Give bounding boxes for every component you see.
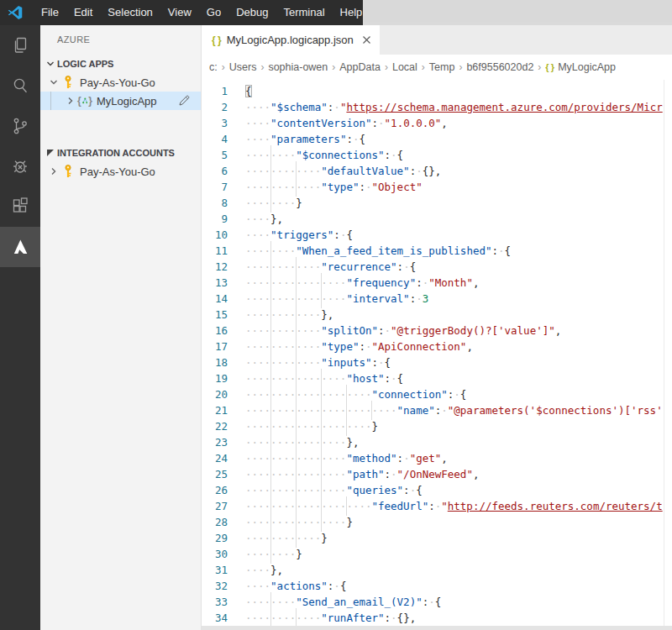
breadcrumb-item[interactable]: b6f9556020d2 [466,61,533,73]
code-line[interactable]: 33········"Send_an_email_(V2)":·{ [202,594,672,610]
close-icon[interactable] [362,35,371,45]
token-ws: · [385,324,391,337]
code-line[interactable]: 19················"host":·{ [202,370,672,386]
code-line[interactable]: 34············"runAfter":·{}, [202,610,672,626]
token-link: http://feeds.reuters.com/reuters/t [448,500,663,512]
chevron-right-icon[interactable] [64,97,77,105]
source-control-icon[interactable] [0,106,40,146]
tree-item-mylogicapp[interactable]: {} MyLogicApp [40,92,201,110]
tab-mylogicapp-json[interactable]: { } MyLogicApp.logicapp.json [202,25,380,55]
chevron-down-icon[interactable] [47,78,60,87]
token-ws: · [333,101,340,113]
code-line[interactable]: 23················}, [202,434,672,450]
breadcrumb-item[interactable]: Users [229,61,257,73]
code-line[interactable]: 31····}, [202,562,672,578]
code-line[interactable]: 26················"queries":·{ [202,482,672,498]
extensions-icon[interactable] [0,186,40,227]
tree-item-pay-as-you-go-2[interactable]: Pay-As-You-Go [40,162,201,181]
code-line[interactable]: 21························"name":·"@para… [202,402,672,418]
line-number: 23 [202,434,245,450]
code-line[interactable]: 3····"contentVersion":·"1.0.0.0", [202,115,672,131]
indent-whitespace: ···· [245,578,270,594]
token-key: "name" [397,404,435,417]
menu-go[interactable]: Go [199,0,228,25]
breadcrumb-item[interactable]: AppData [339,61,381,73]
code-line[interactable]: 14················"interval":·3 [202,291,672,307]
code-line[interactable]: 15············}, [202,307,672,323]
breadcrumb-item[interactable]: c: [209,61,218,73]
code-line[interactable]: 16············"splitOn":·"@triggerBody()… [202,323,672,339]
code-line-content: ················"frequency":·"Month", [245,275,479,291]
code-line-content: ············"runAfter":·{}, [245,610,416,626]
search-icon[interactable] [0,66,40,106]
indent-whitespace: ···· [245,562,270,578]
code-line[interactable]: 6············"defaultValue":·{}, [202,163,672,179]
code-line[interactable]: 11········"When_a_feed_item_is_published… [202,243,672,259]
edit-pencil-icon[interactable] [178,94,191,109]
breadcrumb-item[interactable]: { }MyLogicApp [545,61,616,73]
code-editor[interactable]: 1{2····"$schema":·"https://schema.manage… [202,80,672,630]
code-line[interactable]: 1{ [202,83,672,99]
code-line[interactable]: 4····"parameters":·{ [202,131,672,147]
token-key: "recurrence" [321,260,396,273]
indent-whitespace: ···· [321,370,346,386]
code-line[interactable]: 27····················"feedUrl":·"http:/… [202,498,672,514]
code-line-content: ········"Send_an_email_(V2)":·{ [245,594,441,610]
explorer-icon[interactable] [0,25,40,66]
menu-items: FileEditSelectionViewGoDebugTerminalHelp [34,0,370,25]
breadcrumb-item[interactable]: sophia-owen [268,61,328,73]
menu-view[interactable]: View [160,0,199,25]
tree-item-pay-as-you-go[interactable]: Pay-As-You-Go [40,73,201,92]
code-line[interactable]: 7············"type":·"Object" [202,179,672,195]
azure-icon[interactable] [0,227,40,267]
code-line[interactable]: 17············"type":·"ApiConnection", [202,339,672,354]
section-logic-apps[interactable]: LOGIC APPS [40,55,201,73]
token-ws: · [391,149,397,161]
code-line[interactable]: 9····}, [202,211,672,227]
indent-whitespace: ···· [270,450,296,466]
code-line-content: ····"contentVersion":·"1.0.0.0", [245,115,448,131]
code-line[interactable]: 22····················} [202,418,672,434]
code-line[interactable]: 8········} [202,195,672,211]
token-punct: }, [321,308,333,321]
token-key: "feedUrl" [371,500,428,512]
breadcrumb-item[interactable]: Local [392,61,417,73]
chevron-right-icon[interactable] [47,167,60,176]
code-line[interactable]: 28················} [202,514,672,530]
code-line[interactable]: 10····"triggers":·{ [202,227,672,243]
menu-edit[interactable]: Edit [66,0,100,25]
menu-debug[interactable]: Debug [228,0,276,25]
code-line[interactable]: 18············"inputs":·{ [202,354,672,370]
code-line[interactable]: 25················"path":·"/OnNewFeed", [202,466,672,482]
section-integration-accounts[interactable]: INTEGRATION ACCOUNTS [40,144,201,162]
token-punct: {}, [397,612,417,624]
token-punct: {}, [423,165,442,177]
menu-terminal[interactable]: Terminal [276,0,332,25]
menu-file[interactable]: File [34,0,66,25]
code-line[interactable]: 30········} [202,546,672,562]
menu-selection[interactable]: Selection [100,0,160,25]
indent-whitespace: ···· [321,514,346,530]
indent-whitespace: ···· [296,339,321,354]
code-line[interactable]: 2····"$schema":·"https://schema.manageme… [202,99,672,115]
indent-whitespace: ···· [296,386,321,402]
indent-whitespace: ···· [270,466,296,482]
code-line-content: ····"parameters":·{ [245,131,365,147]
indent-whitespace: ···· [245,450,270,466]
json-file-icon: { } [212,34,222,46]
code-line[interactable]: 29············} [202,530,672,546]
code-line[interactable]: 12············"recurrence":·{ [202,259,672,275]
code-line[interactable]: 5········"$connections":·{ [202,147,672,163]
horizontal-scrollbar[interactable] [202,626,672,630]
indent-whitespace: ···· [245,402,270,418]
code-line-content: ························"name":·"@parame… [245,402,663,418]
code-line[interactable]: 13················"frequency":·"Month", [202,275,672,291]
token-punct: , [441,452,448,465]
indent-whitespace: ···· [270,610,296,626]
line-number: 1 [202,83,245,99]
code-line[interactable]: 24················"method":·"get", [202,450,672,466]
code-line[interactable]: 32····"actions":·{ [202,578,672,594]
code-line[interactable]: 20····················"connection":·{ [202,386,672,402]
debug-icon[interactable] [0,146,40,186]
breadcrumb-item[interactable]: Temp [429,61,455,73]
